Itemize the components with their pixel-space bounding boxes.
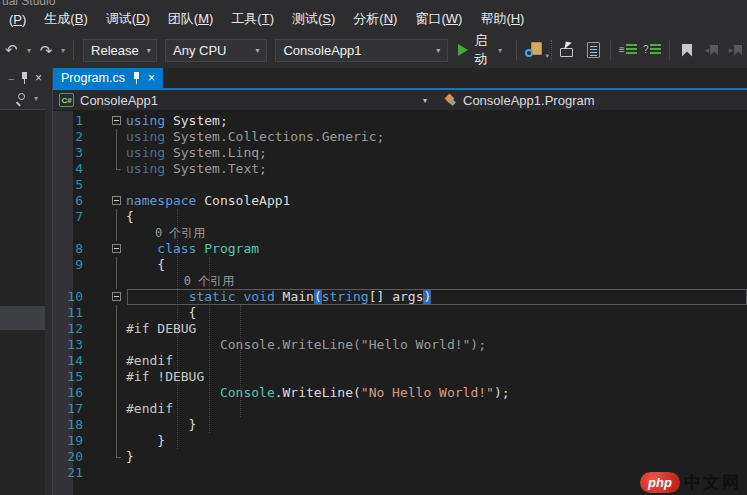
fold-collapse-icon[interactable] — [110, 289, 126, 305]
fold-margin — [110, 321, 126, 337]
code-line[interactable]: 19 } — [53, 433, 747, 449]
code-line[interactable]: 8 class Program — [53, 241, 747, 257]
menu-item[interactable]: 团队(M) — [159, 6, 223, 32]
gutter-spacer — [90, 129, 110, 145]
redo-icon[interactable]: ↷ — [36, 40, 56, 60]
code-line[interactable]: 7{ — [53, 209, 747, 225]
tab-program-cs[interactable]: Program.cs × — [53, 68, 163, 88]
platform-combobox[interactable]: Any CPU ▾ — [165, 39, 267, 62]
codelens-row[interactable]: 0 个引用 — [53, 273, 747, 289]
code-line[interactable]: 11 { — [53, 305, 747, 321]
fold-collapse-icon[interactable] — [110, 113, 126, 129]
fold-collapse-icon[interactable] — [110, 193, 126, 209]
codelens-row[interactable]: 0 个引用 — [53, 225, 747, 241]
line-number: 20 — [53, 449, 90, 465]
undo-icon[interactable]: ↶ — [2, 40, 22, 60]
code-line[interactable]: 17#endif — [53, 401, 747, 417]
undo-dropdown-caret[interactable]: ▾ — [27, 46, 31, 55]
pin-icon[interactable] — [132, 72, 141, 84]
code-text: #if !DEBUG — [126, 369, 204, 385]
menu-item[interactable]: 测试(S) — [283, 6, 344, 32]
code-line[interactable]: 1using System; — [53, 113, 747, 129]
tab-label: Program.cs — [61, 71, 125, 85]
menu-item[interactable]: 生成(B) — [35, 6, 96, 32]
find-in-solution-explorer-icon[interactable]: ▾ — [524, 40, 544, 60]
code-text: static void Main(string[] args) — [126, 289, 431, 305]
fold-margin — [110, 257, 126, 273]
search-icon[interactable] — [16, 93, 28, 105]
code-line[interactable]: 13 Console.WriteLine("Hello World!"); — [53, 337, 747, 353]
fold-collapse-icon[interactable] — [110, 241, 126, 257]
line-number — [53, 273, 90, 289]
code-line[interactable]: 18 } — [53, 417, 747, 433]
menu-item[interactable]: 工具(T) — [222, 6, 283, 32]
menu-item[interactable]: (P) — [0, 8, 35, 31]
line-number — [53, 225, 90, 241]
fold-margin — [110, 465, 126, 481]
tab-strip: Program.cs × — [53, 68, 747, 88]
menu-item[interactable]: 帮助(H) — [471, 6, 533, 32]
menu-item[interactable]: 窗口(W) — [406, 6, 471, 32]
code-line[interactable]: 20} — [53, 449, 747, 465]
close-icon[interactable]: × — [148, 72, 155, 84]
startup-project-combobox[interactable]: ConsoleApp1 ▾ — [275, 39, 448, 62]
code-line[interactable]: 14#endif — [53, 353, 747, 369]
code-line[interactable]: 3using System.Linq; — [53, 145, 747, 161]
code-line[interactable]: 15#if !DEBUG — [53, 369, 747, 385]
codelens-references[interactable]: 0 个引用 — [126, 225, 205, 241]
toggle-bookmark-icon[interactable] — [677, 40, 697, 60]
line-number: 17 — [53, 401, 90, 417]
fold-margin — [110, 353, 126, 369]
visual-studio-window: ual Studio (P)生成(B)调试(D)团队(M)工具(T)测试(S)分… — [0, 0, 747, 495]
line-number: 9 — [53, 257, 90, 273]
pin-icon[interactable] — [20, 72, 29, 84]
startup-project-value: ConsoleApp1 — [283, 43, 361, 58]
navigate-cursor-icon[interactable] — [559, 40, 579, 60]
code-line[interactable]: 5 — [53, 177, 747, 193]
code-line[interactable]: 2using System.Collections.Generic; — [53, 129, 747, 145]
codelens-references[interactable]: 0 个引用 — [126, 273, 234, 289]
menu-item[interactable]: 调试(D) — [97, 6, 159, 32]
tool-window-body — [0, 110, 45, 495]
type-name: ConsoleApp1.Program — [463, 93, 595, 108]
tool-window-search-bar: ▾ — [0, 88, 45, 110]
start-debugging-button[interactable]: 启动 ▾ — [458, 32, 505, 68]
window-menu-icon[interactable]: – — [8, 73, 14, 84]
tool-window-titlebar: – × — [0, 68, 45, 88]
comment-lines-icon[interactable]: ≡ — [618, 40, 638, 60]
dock-divider[interactable] — [45, 68, 53, 495]
configuration-combobox[interactable]: Release ▾ — [83, 39, 157, 62]
code-text: } — [126, 417, 196, 433]
menu-item[interactable]: 分析(N) — [344, 6, 406, 32]
code-text: using System; — [126, 113, 228, 129]
code-line[interactable]: 10 static void Main(string[] args) — [53, 289, 747, 305]
chevron-down-icon[interactable]: ▾ — [34, 94, 38, 103]
line-number: 21 — [53, 465, 90, 481]
line-number: 6 — [53, 193, 90, 209]
code-text: Console.WriteLine("No Hello World!"); — [126, 385, 510, 401]
tool-window-selected-item[interactable] — [0, 306, 45, 330]
close-icon[interactable]: × — [35, 72, 42, 84]
code-line[interactable]: 6namespace ConsoleApp1 — [53, 193, 747, 209]
platform-value: Any CPU — [173, 43, 226, 58]
line-number: 2 — [53, 129, 90, 145]
gutter-spacer — [90, 289, 110, 305]
code-line[interactable]: 12#if DEBUG — [53, 321, 747, 337]
code-editor[interactable]: 1using System;2using System.Collections.… — [53, 111, 747, 495]
left-tool-window: – × ▾ — [0, 68, 45, 495]
previous-bookmark-icon[interactable]: ◂ — [701, 40, 721, 60]
gutter-spacer — [90, 337, 110, 353]
project-dropdown[interactable]: C# ConsoleApp1 ▾ — [53, 90, 437, 110]
code-line[interactable]: 4using System.Text; — [53, 161, 747, 177]
uncomment-lines-icon[interactable]: ? — [642, 40, 662, 60]
next-bookmark-icon[interactable]: ▸ — [725, 40, 745, 60]
copy-lines-icon[interactable] — [583, 40, 603, 60]
type-dropdown[interactable]: ConsoleApp1.Program — [437, 90, 747, 110]
code-text: { — [126, 257, 165, 273]
gutter-spacer — [90, 385, 110, 401]
redo-dropdown-caret[interactable]: ▾ — [61, 46, 65, 55]
code-line[interactable]: 16 Console.WriteLine("No Hello World!"); — [53, 385, 747, 401]
code-text: #if DEBUG — [126, 321, 196, 337]
line-number: 7 — [53, 209, 90, 225]
code-line[interactable]: 9 { — [53, 257, 747, 273]
